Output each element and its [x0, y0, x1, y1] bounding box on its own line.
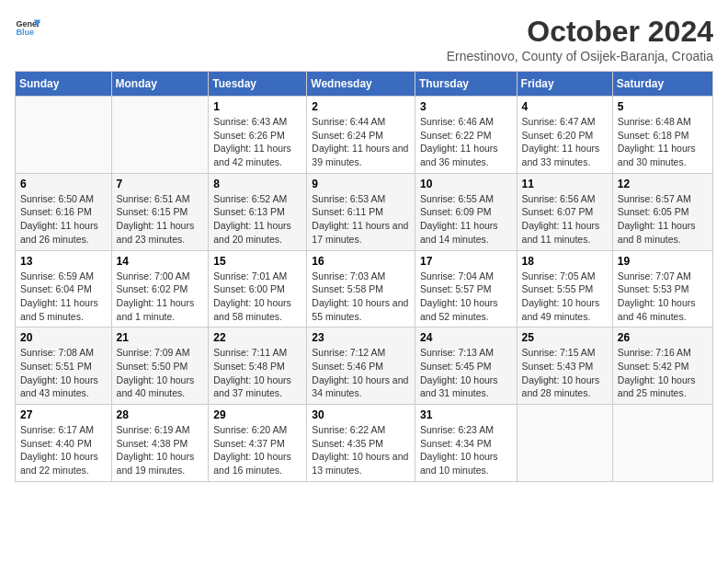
week-row-4: 20Sunrise: 7:08 AM Sunset: 5:51 PM Dayli…	[16, 327, 713, 405]
day-cell: 13Sunrise: 6:59 AM Sunset: 6:04 PM Dayli…	[16, 250, 112, 327]
day-number: 23	[312, 331, 410, 344]
day-cell: 25Sunrise: 7:15 AM Sunset: 5:43 PM Dayli…	[517, 327, 612, 405]
day-cell: 2Sunrise: 6:44 AM Sunset: 6:24 PM Daylig…	[307, 97, 415, 174]
week-row-1: 1Sunrise: 6:43 AM Sunset: 6:26 PM Daylig…	[16, 97, 713, 174]
day-cell: 9Sunrise: 6:53 AM Sunset: 6:11 PM Daylig…	[307, 173, 415, 250]
day-info: Sunrise: 7:01 AM Sunset: 6:00 PM Dayligh…	[213, 270, 301, 324]
day-number: 6	[20, 178, 107, 190]
svg-text:Blue: Blue	[16, 28, 34, 37]
day-number: 31	[420, 408, 512, 421]
day-info: Sunrise: 6:59 AM Sunset: 6:04 PM Dayligh…	[20, 270, 107, 324]
day-number: 1	[213, 100, 301, 113]
day-number: 24	[420, 331, 512, 344]
day-info: Sunrise: 6:23 AM Sunset: 4:34 PM Dayligh…	[420, 423, 512, 477]
day-cell	[612, 405, 712, 482]
day-info: Sunrise: 6:22 AM Sunset: 4:35 PM Dayligh…	[312, 423, 410, 477]
day-number: 20	[20, 331, 107, 344]
day-number: 27	[20, 408, 107, 421]
col-header-thursday: Thursday	[415, 72, 517, 97]
day-cell: 1Sunrise: 6:43 AM Sunset: 6:26 PM Daylig…	[209, 97, 307, 174]
col-header-saturday: Saturday	[612, 72, 712, 97]
day-number: 11	[522, 178, 608, 190]
month-title: October 2024	[447, 15, 713, 49]
title-section: October 2024 Ernestinovo, County of Osij…	[447, 15, 713, 63]
day-number: 14	[117, 255, 204, 268]
day-cell: 20Sunrise: 7:08 AM Sunset: 5:51 PM Dayli…	[16, 327, 112, 405]
day-info: Sunrise: 7:07 AM Sunset: 5:53 PM Dayligh…	[618, 270, 708, 324]
col-header-wednesday: Wednesday	[307, 72, 415, 97]
day-number: 12	[618, 178, 708, 190]
day-cell	[16, 97, 112, 174]
day-number: 21	[117, 331, 204, 344]
day-info: Sunrise: 6:19 AM Sunset: 4:38 PM Dayligh…	[117, 423, 204, 477]
day-info: Sunrise: 6:51 AM Sunset: 6:15 PM Dayligh…	[117, 192, 204, 247]
day-cell: 7Sunrise: 6:51 AM Sunset: 6:15 PM Daylig…	[111, 173, 209, 250]
day-cell: 19Sunrise: 7:07 AM Sunset: 5:53 PM Dayli…	[612, 250, 712, 327]
day-cell: 29Sunrise: 6:20 AM Sunset: 4:37 PM Dayli…	[209, 405, 307, 482]
day-number: 28	[117, 408, 204, 421]
day-cell: 26Sunrise: 7:16 AM Sunset: 5:42 PM Dayli…	[612, 327, 712, 405]
day-info: Sunrise: 6:57 AM Sunset: 6:05 PM Dayligh…	[618, 192, 708, 247]
day-info: Sunrise: 6:46 AM Sunset: 6:22 PM Dayligh…	[420, 115, 512, 169]
day-cell: 23Sunrise: 7:12 AM Sunset: 5:46 PM Dayli…	[307, 327, 415, 405]
day-number: 19	[618, 255, 708, 268]
page-header: General Blue October 2024 Ernestinovo, C…	[15, 15, 713, 63]
day-number: 29	[213, 408, 301, 421]
header-row: SundayMondayTuesdayWednesdayThursdayFrid…	[16, 72, 713, 97]
week-row-5: 27Sunrise: 6:17 AM Sunset: 4:40 PM Dayli…	[16, 405, 713, 482]
day-info: Sunrise: 6:43 AM Sunset: 6:26 PM Dayligh…	[213, 115, 301, 169]
day-number: 25	[522, 331, 608, 344]
day-info: Sunrise: 6:17 AM Sunset: 4:40 PM Dayligh…	[20, 423, 107, 477]
day-cell: 5Sunrise: 6:48 AM Sunset: 6:18 PM Daylig…	[612, 97, 712, 174]
day-number: 15	[213, 255, 301, 268]
logo: General Blue	[15, 15, 40, 40]
day-number: 10	[420, 178, 512, 190]
day-info: Sunrise: 7:03 AM Sunset: 5:58 PM Dayligh…	[312, 270, 410, 324]
day-info: Sunrise: 7:00 AM Sunset: 6:02 PM Dayligh…	[117, 270, 204, 324]
day-number: 2	[312, 100, 410, 113]
day-cell: 21Sunrise: 7:09 AM Sunset: 5:50 PM Dayli…	[111, 327, 209, 405]
day-info: Sunrise: 7:04 AM Sunset: 5:57 PM Dayligh…	[420, 270, 512, 324]
day-cell: 18Sunrise: 7:05 AM Sunset: 5:55 PM Dayli…	[517, 250, 612, 327]
day-number: 17	[420, 255, 512, 268]
day-cell: 24Sunrise: 7:13 AM Sunset: 5:45 PM Dayli…	[415, 327, 517, 405]
day-info: Sunrise: 7:09 AM Sunset: 5:50 PM Dayligh…	[117, 346, 204, 400]
calendar-table: SundayMondayTuesdayWednesdayThursdayFrid…	[15, 71, 713, 482]
day-cell: 30Sunrise: 6:22 AM Sunset: 4:35 PM Dayli…	[307, 405, 415, 482]
day-cell: 15Sunrise: 7:01 AM Sunset: 6:00 PM Dayli…	[209, 250, 307, 327]
day-cell: 27Sunrise: 6:17 AM Sunset: 4:40 PM Dayli…	[16, 405, 112, 482]
day-info: Sunrise: 7:08 AM Sunset: 5:51 PM Dayligh…	[20, 346, 107, 400]
day-number: 30	[312, 408, 410, 421]
day-number: 9	[312, 178, 410, 190]
day-info: Sunrise: 7:05 AM Sunset: 5:55 PM Dayligh…	[522, 270, 608, 324]
col-header-sunday: Sunday	[16, 72, 112, 97]
day-info: Sunrise: 7:15 AM Sunset: 5:43 PM Dayligh…	[522, 346, 608, 400]
day-info: Sunrise: 7:13 AM Sunset: 5:45 PM Dayligh…	[420, 346, 512, 400]
day-cell	[517, 405, 612, 482]
day-info: Sunrise: 6:48 AM Sunset: 6:18 PM Dayligh…	[618, 115, 708, 169]
day-cell	[111, 97, 209, 174]
day-cell: 28Sunrise: 6:19 AM Sunset: 4:38 PM Dayli…	[111, 405, 209, 482]
day-cell: 4Sunrise: 6:47 AM Sunset: 6:20 PM Daylig…	[517, 97, 612, 174]
day-number: 16	[312, 255, 410, 268]
day-number: 3	[420, 100, 512, 113]
day-info: Sunrise: 6:50 AM Sunset: 6:16 PM Dayligh…	[20, 192, 107, 247]
week-row-2: 6Sunrise: 6:50 AM Sunset: 6:16 PM Daylig…	[16, 173, 713, 250]
day-info: Sunrise: 7:11 AM Sunset: 5:48 PM Dayligh…	[213, 346, 301, 400]
day-info: Sunrise: 6:47 AM Sunset: 6:20 PM Dayligh…	[522, 115, 608, 169]
day-number: 4	[522, 100, 608, 113]
day-info: Sunrise: 7:16 AM Sunset: 5:42 PM Dayligh…	[618, 346, 708, 400]
day-info: Sunrise: 6:20 AM Sunset: 4:37 PM Dayligh…	[213, 423, 301, 477]
day-info: Sunrise: 6:56 AM Sunset: 6:07 PM Dayligh…	[522, 192, 608, 247]
day-cell: 11Sunrise: 6:56 AM Sunset: 6:07 PM Dayli…	[517, 173, 612, 250]
day-number: 8	[213, 178, 301, 190]
day-cell: 17Sunrise: 7:04 AM Sunset: 5:57 PM Dayli…	[415, 250, 517, 327]
day-number: 13	[20, 255, 107, 268]
day-cell: 10Sunrise: 6:55 AM Sunset: 6:09 PM Dayli…	[415, 173, 517, 250]
day-info: Sunrise: 7:12 AM Sunset: 5:46 PM Dayligh…	[312, 346, 410, 400]
day-cell: 12Sunrise: 6:57 AM Sunset: 6:05 PM Dayli…	[612, 173, 712, 250]
day-info: Sunrise: 6:55 AM Sunset: 6:09 PM Dayligh…	[420, 192, 512, 247]
day-number: 22	[213, 331, 301, 344]
day-cell: 6Sunrise: 6:50 AM Sunset: 6:16 PM Daylig…	[16, 173, 112, 250]
week-row-3: 13Sunrise: 6:59 AM Sunset: 6:04 PM Dayli…	[16, 250, 713, 327]
